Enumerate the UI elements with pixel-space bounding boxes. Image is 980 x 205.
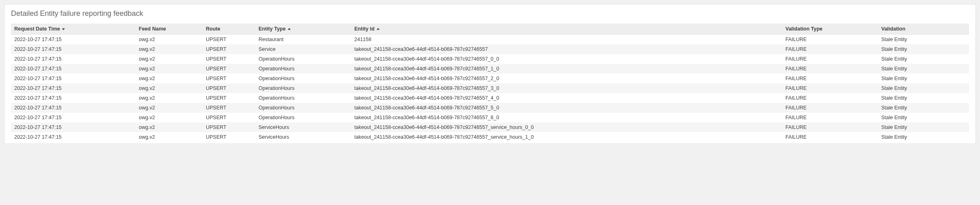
cell-feed-name: owg.v2 bbox=[136, 103, 203, 113]
table-row: 2022-10-27 17:47:15owg.v2UPSERTOperation… bbox=[11, 54, 969, 64]
cell-validation-type: FAILURE bbox=[782, 122, 878, 132]
cell-entity-id: takeout_241158-ccea30e6-44df-4514-b069-7… bbox=[351, 44, 782, 54]
col-header-feed-name[interactable]: Feed Name bbox=[136, 24, 203, 35]
col-header-route[interactable]: Route bbox=[203, 24, 255, 35]
table-row: 2022-10-27 17:47:15owg.v2UPSERTOperation… bbox=[11, 103, 969, 113]
col-label: Entity Id bbox=[354, 26, 374, 32]
cell-entity-type: Service bbox=[255, 44, 351, 54]
card-title: Detailed Entity failure reporting feedba… bbox=[11, 9, 969, 18]
cell-request-date-time: 2022-10-27 17:47:15 bbox=[11, 103, 136, 113]
table-row: 2022-10-27 17:47:15owg.v2UPSERTOperation… bbox=[11, 93, 969, 103]
cell-feed-name: owg.v2 bbox=[136, 44, 203, 54]
cell-entity-type: OperationHours bbox=[255, 54, 351, 64]
cell-request-date-time: 2022-10-27 17:47:15 bbox=[11, 35, 136, 45]
col-label: Validation bbox=[881, 26, 905, 32]
cell-validation: Stale Entity bbox=[878, 132, 969, 142]
cell-request-date-time: 2022-10-27 17:47:15 bbox=[11, 122, 136, 132]
cell-request-date-time: 2022-10-27 17:47:15 bbox=[11, 74, 136, 83]
cell-feed-name: owg.v2 bbox=[136, 35, 203, 45]
cell-validation-type: FAILURE bbox=[782, 44, 878, 54]
cell-entity-id: takeout_241158-ccea30e6-44df-4514-b069-7… bbox=[351, 113, 782, 122]
table-row: 2022-10-27 17:47:15owg.v2UPSERTRestauran… bbox=[11, 35, 969, 45]
cell-entity-id: 241158 bbox=[351, 35, 782, 45]
col-label: Route bbox=[206, 26, 220, 32]
cell-validation: Stale Entity bbox=[878, 54, 969, 64]
cell-entity-id: takeout_241158-ccea30e6-44df-4514-b069-7… bbox=[351, 83, 782, 93]
cell-entity-type: OperationHours bbox=[255, 74, 351, 83]
cell-entity-id: takeout_241158-ccea30e6-44df-4514-b069-7… bbox=[351, 54, 782, 64]
cell-route: UPSERT bbox=[203, 54, 255, 64]
cell-entity-type: OperationHours bbox=[255, 64, 351, 74]
cell-validation: Stale Entity bbox=[878, 64, 969, 74]
table-row: 2022-10-27 17:47:15owg.v2UPSERTServiceHo… bbox=[11, 122, 969, 132]
sort-asc-icon bbox=[287, 27, 291, 31]
cell-entity-id: takeout_241158-ccea30e6-44df-4514-b069-7… bbox=[351, 132, 782, 142]
col-label: Entity Type bbox=[258, 26, 285, 32]
col-header-entity-type[interactable]: Entity Type bbox=[255, 24, 351, 35]
report-card: Detailed Entity failure reporting feedba… bbox=[4, 4, 976, 144]
cell-entity-id: takeout_241158-ccea30e6-44df-4514-b069-7… bbox=[351, 103, 782, 113]
cell-route: UPSERT bbox=[203, 122, 255, 132]
cell-validation-type: FAILURE bbox=[782, 64, 878, 74]
cell-route: UPSERT bbox=[203, 93, 255, 103]
cell-route: UPSERT bbox=[203, 132, 255, 142]
col-label: Feed Name bbox=[139, 26, 166, 32]
cell-feed-name: owg.v2 bbox=[136, 54, 203, 64]
cell-entity-type: OperationHours bbox=[255, 83, 351, 93]
table-header-row: Request Date Time Feed Name Route Entity… bbox=[11, 24, 969, 35]
cell-route: UPSERT bbox=[203, 44, 255, 54]
col-header-validation[interactable]: Validation bbox=[878, 24, 969, 35]
cell-entity-type: Restaurant bbox=[255, 35, 351, 45]
cell-validation: Stale Entity bbox=[878, 44, 969, 54]
cell-entity-type: OperationHours bbox=[255, 93, 351, 103]
cell-entity-type: ServiceHours bbox=[255, 122, 351, 132]
cell-validation: Stale Entity bbox=[878, 93, 969, 103]
cell-validation-type: FAILURE bbox=[782, 74, 878, 83]
table-row: 2022-10-27 17:47:15owg.v2UPSERTOperation… bbox=[11, 74, 969, 83]
cell-feed-name: owg.v2 bbox=[136, 74, 203, 83]
cell-request-date-time: 2022-10-27 17:47:15 bbox=[11, 93, 136, 103]
cell-feed-name: owg.v2 bbox=[136, 132, 203, 142]
cell-feed-name: owg.v2 bbox=[136, 122, 203, 132]
cell-validation-type: FAILURE bbox=[782, 132, 878, 142]
cell-route: UPSERT bbox=[203, 74, 255, 83]
table-row: 2022-10-27 17:47:15owg.v2UPSERTOperation… bbox=[11, 64, 969, 74]
cell-route: UPSERT bbox=[203, 103, 255, 113]
cell-route: UPSERT bbox=[203, 35, 255, 45]
cell-request-date-time: 2022-10-27 17:47:15 bbox=[11, 132, 136, 142]
cell-route: UPSERT bbox=[203, 113, 255, 122]
cell-validation-type: FAILURE bbox=[782, 83, 878, 93]
cell-validation: Stale Entity bbox=[878, 83, 969, 93]
cell-validation: Stale Entity bbox=[878, 74, 969, 83]
entity-failure-table: Request Date Time Feed Name Route Entity… bbox=[11, 24, 969, 142]
cell-route: UPSERT bbox=[203, 64, 255, 74]
cell-validation: Stale Entity bbox=[878, 113, 969, 122]
sort-desc-icon bbox=[62, 27, 65, 31]
cell-validation-type: FAILURE bbox=[782, 35, 878, 45]
cell-validation: Stale Entity bbox=[878, 122, 969, 132]
cell-entity-id: takeout_241158-ccea30e6-44df-4514-b069-7… bbox=[351, 93, 782, 103]
cell-request-date-time: 2022-10-27 17:47:15 bbox=[11, 44, 136, 54]
col-label: Validation Type bbox=[786, 26, 823, 32]
cell-request-date-time: 2022-10-27 17:47:15 bbox=[11, 54, 136, 64]
table-row: 2022-10-27 17:47:15owg.v2UPSERTOperation… bbox=[11, 83, 969, 93]
sort-asc-icon bbox=[376, 27, 380, 31]
cell-validation-type: FAILURE bbox=[782, 93, 878, 103]
table-row: 2022-10-27 17:47:15owg.v2UPSERTServiceHo… bbox=[11, 132, 969, 142]
table-row: 2022-10-27 17:47:15owg.v2UPSERTServiceta… bbox=[11, 44, 969, 54]
cell-feed-name: owg.v2 bbox=[136, 64, 203, 74]
cell-entity-id: takeout_241158-ccea30e6-44df-4514-b069-7… bbox=[351, 64, 782, 74]
cell-request-date-time: 2022-10-27 17:47:15 bbox=[11, 113, 136, 122]
col-header-entity-id[interactable]: Entity Id bbox=[351, 24, 782, 35]
cell-validation-type: FAILURE bbox=[782, 103, 878, 113]
cell-feed-name: owg.v2 bbox=[136, 93, 203, 103]
col-header-validation-type[interactable]: Validation Type bbox=[782, 24, 878, 35]
cell-entity-id: takeout_241158-ccea30e6-44df-4514-b069-7… bbox=[351, 122, 782, 132]
cell-validation: Stale Entity bbox=[878, 103, 969, 113]
cell-feed-name: owg.v2 bbox=[136, 113, 203, 122]
cell-validation-type: FAILURE bbox=[782, 54, 878, 64]
cell-feed-name: owg.v2 bbox=[136, 83, 203, 93]
col-header-request-date-time[interactable]: Request Date Time bbox=[11, 24, 136, 35]
cell-request-date-time: 2022-10-27 17:47:15 bbox=[11, 83, 136, 93]
cell-entity-id: takeout_241158-ccea30e6-44df-4514-b069-7… bbox=[351, 74, 782, 83]
